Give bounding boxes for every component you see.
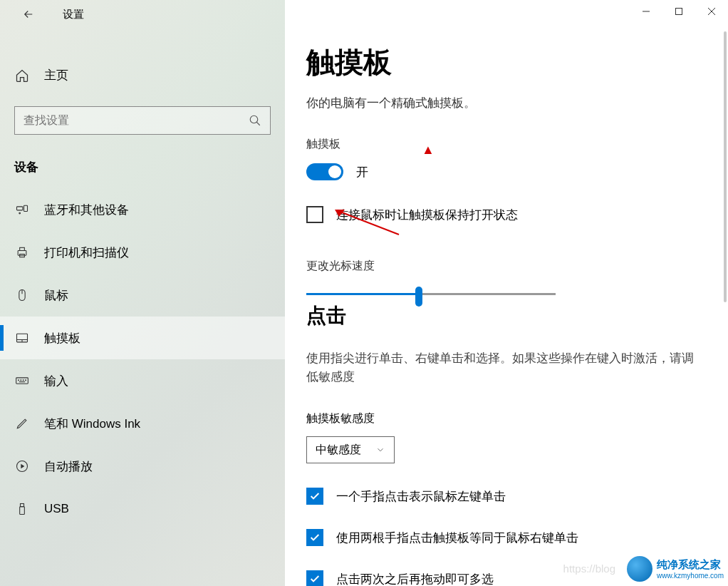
- watermark-text: https://blog: [563, 562, 615, 575]
- sidebar: 设置 主页 设备 蓝牙和其他设备打印机和扫描仪鼠标触摸板输入笔和 Windows…: [0, 0, 285, 586]
- sidebar-item-label: 触摸板: [44, 330, 80, 346]
- svg-point-0: [250, 115, 258, 123]
- svg-rect-2: [24, 205, 28, 211]
- svg-point-16: [26, 380, 26, 381]
- tap-heading: 点击: [306, 302, 728, 329]
- touchpad-toggle[interactable]: [306, 163, 343, 180]
- content-area: 触摸板 你的电脑有一个精确式触摸板。 触摸板 开 连接鼠标时让触摸板保持打开状态…: [285, 0, 728, 586]
- sidebar-item-label: 输入: [44, 373, 68, 389]
- sidebar-item-pen[interactable]: 笔和 Windows Ink: [0, 402, 285, 445]
- minimize-button[interactable]: [630, 0, 662, 23]
- autoplay-icon: [14, 459, 30, 473]
- tap-check-label: 使用两根手指点击触摸板等同于鼠标右键单击: [336, 530, 578, 546]
- home-icon: [15, 68, 29, 83]
- svg-point-3: [19, 212, 21, 214]
- touchpad-label: 触摸板: [306, 137, 728, 152]
- chevron-down-icon: [375, 445, 385, 455]
- slider-fill: [306, 293, 419, 295]
- logo-ball-icon: [627, 556, 652, 582]
- sidebar-item-label: 打印机和扫描仪: [44, 245, 129, 261]
- search-input[interactable]: [24, 114, 249, 127]
- tap-check-label: 点击两次之后再拖动即可多选: [336, 571, 494, 587]
- annotation-marker-icon: ▲: [422, 143, 435, 158]
- close-icon: [707, 7, 716, 16]
- close-button[interactable]: [695, 0, 728, 23]
- svg-rect-19: [21, 504, 24, 507]
- group-title: 设备: [14, 159, 285, 175]
- home-label: 主页: [44, 67, 68, 83]
- tap-checkbox-0[interactable]: [306, 488, 323, 505]
- page-subtitle: 你的电脑有一个精确式触摸板。: [306, 95, 728, 111]
- sensitivity-dropdown[interactable]: 中敏感度: [306, 436, 395, 463]
- sensitivity-label: 触摸板敏感度: [306, 411, 728, 426]
- watermark-url: www.kzmyhome.com: [657, 572, 724, 580]
- keep-on-mouse-label: 连接鼠标时让触摸板保持打开状态: [336, 207, 518, 223]
- sidebar-item-usb[interactable]: USB: [0, 488, 285, 530]
- page-title: 触摸板: [306, 43, 728, 82]
- tap-check-label: 一个手指点击表示鼠标左键单击: [336, 488, 506, 505]
- svg-rect-20: [20, 507, 25, 515]
- bluetooth-icon: [14, 202, 30, 217]
- sidebar-item-printers[interactable]: 打印机和扫描仪: [0, 231, 285, 274]
- sidebar-item-label: 鼠标: [44, 287, 68, 304]
- watermark-brand: 纯净系统之家: [657, 558, 721, 570]
- scrollbar[interactable]: [724, 31, 727, 302]
- svg-point-15: [23, 380, 24, 381]
- sidebar-item-typing[interactable]: 输入: [0, 359, 285, 402]
- usb-icon: [14, 502, 30, 516]
- sidebar-header: 设置: [0, 0, 285, 29]
- sidebar-item-label: 蓝牙和其他设备: [44, 202, 129, 218]
- tap-description: 使用指尖进行单击、右键单击和选择。如果这些操作在键入时激活，请调低敏感度: [306, 349, 705, 386]
- sidebar-item-label: USB: [44, 502, 69, 516]
- tap-check-row-0: 一个手指点击表示鼠标左键单击: [306, 488, 728, 505]
- touchpad-icon: [14, 331, 30, 345]
- svg-rect-1: [17, 207, 23, 210]
- back-arrow-icon: [22, 8, 35, 21]
- settings-title: 设置: [63, 8, 84, 21]
- svg-rect-4: [18, 251, 26, 256]
- watermark-logo: 纯净系统之家 www.kzmyhome.com: [627, 556, 724, 582]
- sidebar-item-autoplay[interactable]: 自动播放: [0, 445, 285, 488]
- maximize-button[interactable]: [662, 0, 695, 23]
- sidebar-item-home[interactable]: 主页: [0, 57, 285, 93]
- pen-icon: [14, 416, 30, 431]
- typing-icon: [14, 374, 30, 388]
- window-controls: [630, 0, 728, 23]
- cursor-speed-label: 更改光标速度: [306, 259, 728, 274]
- search-icon: [249, 114, 261, 127]
- tap-check-row-1: 使用两根手指点击触摸板等同于鼠标右键单击: [306, 529, 728, 546]
- svg-point-13: [19, 380, 19, 381]
- tap-checkbox-1[interactable]: [306, 529, 323, 546]
- sidebar-item-bluetooth[interactable]: 蓝牙和其他设备: [0, 188, 285, 231]
- keep-on-mouse-checkbox-row: 连接鼠标时让触摸板保持打开状态: [306, 206, 728, 223]
- nav-list: 蓝牙和其他设备打印机和扫描仪鼠标触摸板输入笔和 Windows Ink自动播放U…: [0, 188, 285, 530]
- search-box[interactable]: [14, 106, 271, 135]
- svg-rect-22: [676, 9, 682, 15]
- dropdown-value: 中敏感度: [316, 443, 361, 458]
- tap-checkbox-2[interactable]: [306, 570, 323, 586]
- maximize-icon: [675, 7, 683, 16]
- toggle-knob: [328, 165, 341, 178]
- touchpad-toggle-row: 开: [306, 163, 728, 180]
- sidebar-item-label: 自动播放: [44, 458, 93, 475]
- printers-icon: [14, 245, 30, 259]
- sidebar-item-mouse[interactable]: 鼠标: [0, 274, 285, 317]
- keep-on-mouse-checkbox[interactable]: [306, 206, 323, 223]
- svg-rect-12: [16, 378, 28, 384]
- sidebar-item-label: 笔和 Windows Ink: [44, 416, 140, 432]
- toggle-state-label: 开: [356, 164, 368, 180]
- svg-rect-5: [20, 247, 25, 250]
- svg-point-14: [21, 380, 21, 381]
- minimize-icon: [642, 7, 650, 16]
- sidebar-item-touchpad[interactable]: 触摸板: [0, 317, 285, 359]
- slider-thumb[interactable]: [415, 287, 422, 307]
- mouse-icon: [14, 288, 30, 302]
- back-button[interactable]: [14, 0, 43, 29]
